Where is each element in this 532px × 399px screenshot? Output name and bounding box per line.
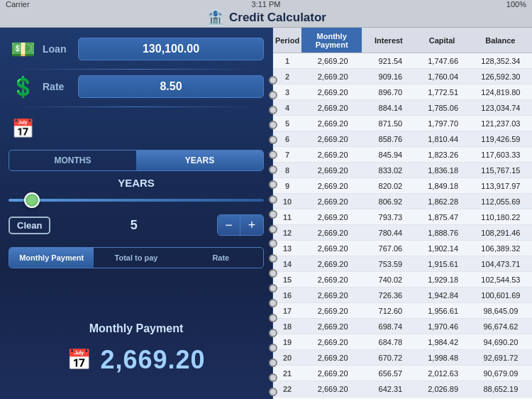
cell-balance: 119,426.59 bbox=[470, 135, 532, 143]
carrier-label: Carrier bbox=[6, 0, 30, 9]
cell-payment: 2,669.20 bbox=[301, 354, 364, 362]
main-content: 💵 Loan 130,100.00 💲 Rate 8.50 📅 MONTHS Y… bbox=[0, 28, 532, 399]
table-row: 21 2,669.20 656.57 2,012.63 90,679.09 bbox=[273, 366, 532, 381]
cell-payment: 2,669.20 bbox=[301, 182, 364, 190]
cell-interest: 642.31 bbox=[364, 385, 416, 393]
cell-capital: 1,849.18 bbox=[417, 182, 470, 190]
cell-capital: 1,823.26 bbox=[417, 151, 470, 159]
cell-interest: 820.02 bbox=[364, 182, 416, 190]
table-row: 8 2,669.20 833.02 1,836.18 115,767.15 bbox=[273, 163, 532, 178]
loan-label: Loan bbox=[43, 43, 78, 55]
table-row: 18 2,669.20 698.74 1,970.46 96,674.62 bbox=[273, 319, 532, 334]
cell-interest: 780.44 bbox=[364, 229, 416, 237]
header-balance: Balance bbox=[469, 36, 532, 45]
cell-period: 3 bbox=[273, 88, 301, 97]
cell-payment: 2,669.20 bbox=[301, 197, 364, 206]
cell-payment: 2,669.20 bbox=[301, 135, 364, 143]
app-title: Credit Calculator bbox=[229, 11, 326, 25]
cell-interest: 656.57 bbox=[364, 369, 416, 378]
app-header: 🏦 Credit Calculator bbox=[0, 9, 532, 28]
cell-period: 15 bbox=[273, 275, 301, 284]
cell-capital: 1,862.28 bbox=[417, 197, 470, 206]
cell-balance: 88,652.19 bbox=[470, 385, 532, 393]
cell-interest: 909.16 bbox=[364, 72, 416, 81]
cell-balance: 117,603.33 bbox=[470, 151, 532, 159]
result-value: 2,669.20 bbox=[100, 345, 205, 375]
tab-years[interactable]: YEARS bbox=[136, 151, 263, 170]
cell-interest: 740.02 bbox=[364, 275, 416, 284]
cell-balance: 92,691.72 bbox=[470, 354, 532, 362]
cell-interest: 806.92 bbox=[364, 197, 416, 206]
cell-period: 5 bbox=[273, 119, 301, 128]
tab-rate[interactable]: Rate bbox=[179, 248, 263, 268]
loan-icon: 💵 bbox=[9, 35, 37, 63]
cell-interest: 684.78 bbox=[364, 338, 416, 346]
cell-balance: 106,389.32 bbox=[470, 244, 532, 253]
cell-payment: 2,669.20 bbox=[301, 151, 364, 159]
cell-capital: 1,760.04 bbox=[417, 72, 470, 81]
divider-1 bbox=[17, 69, 255, 70]
table-row: 2 2,669.20 909.16 1,760.04 126,592.30 bbox=[273, 69, 532, 84]
result-label: Monthly Payment bbox=[89, 322, 183, 335]
cell-capital: 1,747.66 bbox=[417, 57, 470, 65]
cell-payment: 2,669.20 bbox=[301, 275, 364, 284]
cell-interest: 726.36 bbox=[364, 291, 416, 300]
cell-interest: 884.14 bbox=[364, 104, 416, 112]
input-section: 💵 Loan 130,100.00 💲 Rate 8.50 bbox=[0, 28, 272, 114]
tab-months[interactable]: MONTHS bbox=[9, 151, 136, 170]
rate-label: Rate bbox=[43, 81, 78, 92]
cell-capital: 1,942.84 bbox=[417, 291, 470, 300]
rate-row: 💲 Rate 8.50 bbox=[9, 72, 264, 101]
table-row: 22 2,669.20 642.31 2,026.89 88,652.19 bbox=[273, 381, 532, 397]
loan-row: 💵 Loan 130,100.00 bbox=[9, 35, 264, 63]
cell-period: 4 bbox=[273, 104, 301, 112]
cell-balance: 100,601.69 bbox=[470, 291, 532, 300]
rate-icon: 💲 bbox=[9, 72, 37, 101]
cell-period: 14 bbox=[273, 260, 301, 268]
cell-capital: 1,797.70 bbox=[417, 119, 470, 128]
cell-payment: 2,669.20 bbox=[301, 369, 364, 378]
table-row: 12 2,669.20 780.44 1,888.76 108,291.46 bbox=[273, 225, 532, 241]
cell-capital: 2,012.63 bbox=[417, 369, 470, 378]
cell-payment: 2,669.20 bbox=[301, 291, 364, 300]
cell-period: 7 bbox=[273, 151, 301, 159]
cell-capital: 1,888.76 bbox=[417, 229, 470, 237]
slider-container bbox=[0, 193, 272, 207]
cell-period: 10 bbox=[273, 197, 301, 206]
cell-capital: 1,956.61 bbox=[417, 307, 470, 315]
cell-interest: 896.70 bbox=[364, 88, 416, 97]
cell-period: 17 bbox=[273, 307, 301, 315]
cell-balance: 110,180.22 bbox=[470, 213, 532, 222]
tab-total-to-pay[interactable]: Total to pay bbox=[94, 248, 178, 268]
increment-button[interactable]: + bbox=[240, 215, 263, 235]
loan-value[interactable]: 130,100.00 bbox=[78, 38, 264, 60]
cell-capital: 1,970.46 bbox=[417, 322, 470, 331]
cell-period: 1 bbox=[273, 57, 301, 65]
tab-monthly-payment[interactable]: Monthly Payment bbox=[9, 248, 94, 268]
calendar-icon: 📅 bbox=[9, 114, 37, 143]
table-row: 6 2,669.20 858.76 1,810.44 119,426.59 bbox=[273, 131, 532, 147]
result-icon-row: 📅 2,669.20 bbox=[67, 345, 205, 375]
cell-interest: 921.54 bbox=[364, 57, 416, 65]
cell-balance: 98,645.09 bbox=[470, 307, 532, 315]
cell-payment: 2,669.20 bbox=[301, 338, 364, 346]
app-icon: 🏦 bbox=[206, 9, 225, 27]
cell-interest: 833.02 bbox=[364, 166, 416, 175]
status-bar: Carrier 3:11 PM 100% bbox=[0, 0, 532, 9]
rate-value[interactable]: 8.50 bbox=[78, 75, 264, 98]
slider-track[interactable] bbox=[9, 199, 264, 202]
cell-period: 16 bbox=[273, 291, 301, 300]
result-tabs: Monthly Payment Total to pay Rate bbox=[9, 247, 264, 268]
cell-balance: 121,237.03 bbox=[470, 119, 532, 128]
cell-balance: 128,352.34 bbox=[470, 57, 532, 65]
header-capital: Capital bbox=[416, 36, 469, 45]
slider-thumb[interactable] bbox=[24, 192, 40, 208]
cell-payment: 2,669.20 bbox=[301, 57, 364, 65]
cell-balance: 104,473.71 bbox=[470, 260, 532, 268]
decrement-button[interactable]: − bbox=[218, 215, 240, 235]
table-row: 10 2,669.20 806.92 1,862.28 112,055.69 bbox=[273, 194, 532, 209]
battery-label: 100% bbox=[506, 0, 526, 9]
cell-balance: 108,291.46 bbox=[470, 229, 532, 237]
clean-button[interactable]: Clean bbox=[9, 217, 50, 234]
period-value: 5 bbox=[50, 218, 217, 233]
